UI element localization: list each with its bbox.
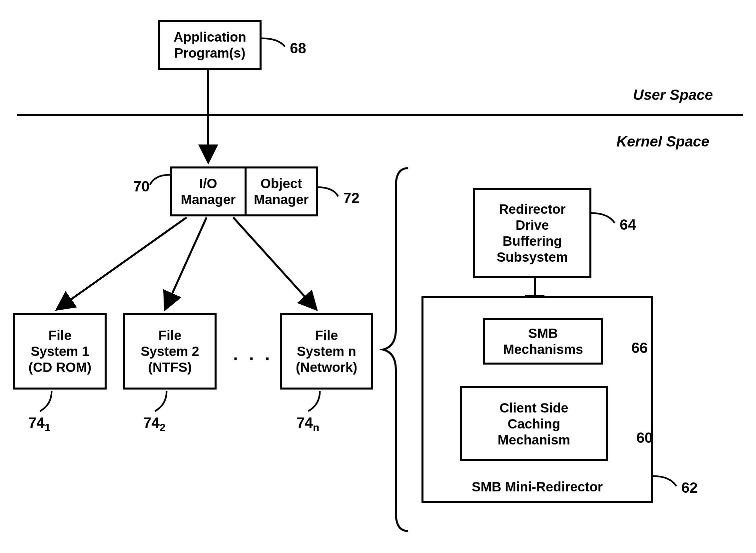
- csc-line1: Client Side: [498, 400, 570, 416]
- ref-74-n: 74n: [296, 414, 320, 434]
- client-side-caching-box: Client Side Caching Mechanism: [460, 386, 608, 461]
- fs2-line1: File: [141, 327, 199, 343]
- ref-62: 62: [681, 479, 698, 496]
- obj-line1: Object: [254, 175, 309, 191]
- obj-line2: Manager: [254, 191, 309, 208]
- file-system-2-box: File System 2 (NTFS): [123, 313, 217, 390]
- redir-line3: Buffering: [497, 233, 568, 249]
- ref-74-1: 741: [28, 414, 51, 434]
- fs1-line1: File: [29, 327, 92, 343]
- io-line1: I/O: [181, 175, 236, 191]
- object-manager-box: Object Manager: [245, 166, 318, 216]
- ref-70: 70: [133, 178, 150, 195]
- redir-line2: Drive: [497, 217, 568, 233]
- file-system-n-box: File System n (Network): [280, 313, 373, 390]
- smb-mini-label: SMB Mini-Redirector: [472, 479, 603, 495]
- redirector-box: Redirector Drive Buffering Subsystem: [473, 188, 592, 278]
- ref-64: 64: [620, 216, 636, 233]
- ref-68: 68: [290, 40, 306, 57]
- app-line1: Application: [174, 29, 246, 45]
- redir-line1: Redirector: [497, 201, 568, 217]
- smbm-line2: Mechanisms: [503, 341, 583, 357]
- application-programs-box: Application Program(s): [158, 20, 262, 70]
- svg-line-4: [233, 217, 317, 310]
- smb-mechanisms-box: SMB Mechanisms: [483, 318, 603, 365]
- fsn-line2: System n: [296, 343, 357, 359]
- fsn-line3: (Network): [296, 359, 357, 375]
- ref-72: 72: [343, 190, 359, 207]
- csc-line3: Mechanism: [498, 432, 570, 448]
- csc-line2: Caching: [498, 416, 570, 432]
- fs1-line3: (CD ROM): [29, 359, 92, 375]
- app-line2: Program(s): [174, 45, 246, 61]
- fsn-line1: File: [296, 327, 357, 343]
- io-manager-box: I/O Manager: [170, 166, 247, 216]
- ref-74-2: 742: [143, 414, 165, 434]
- ref-60: 60: [636, 429, 653, 446]
- diagram-canvas: User Space Kernel Space Application Prog…: [0, 0, 756, 553]
- smbm-line1: SMB: [503, 325, 583, 341]
- kernel-space-label: Kernel Space: [616, 133, 709, 150]
- ref-66: 66: [631, 339, 648, 356]
- fs2-line3: (NTFS): [141, 359, 199, 375]
- io-line2: Manager: [181, 191, 236, 208]
- file-system-1-box: File System 1 (CD ROM): [13, 313, 107, 390]
- fs2-line2: System 2: [141, 343, 199, 359]
- svg-line-2: [57, 217, 187, 310]
- fs1-line2: System 1: [29, 343, 92, 359]
- user-space-label: User Space: [633, 87, 713, 103]
- redir-line4: Subsystem: [497, 249, 568, 265]
- svg-line-3: [165, 217, 207, 310]
